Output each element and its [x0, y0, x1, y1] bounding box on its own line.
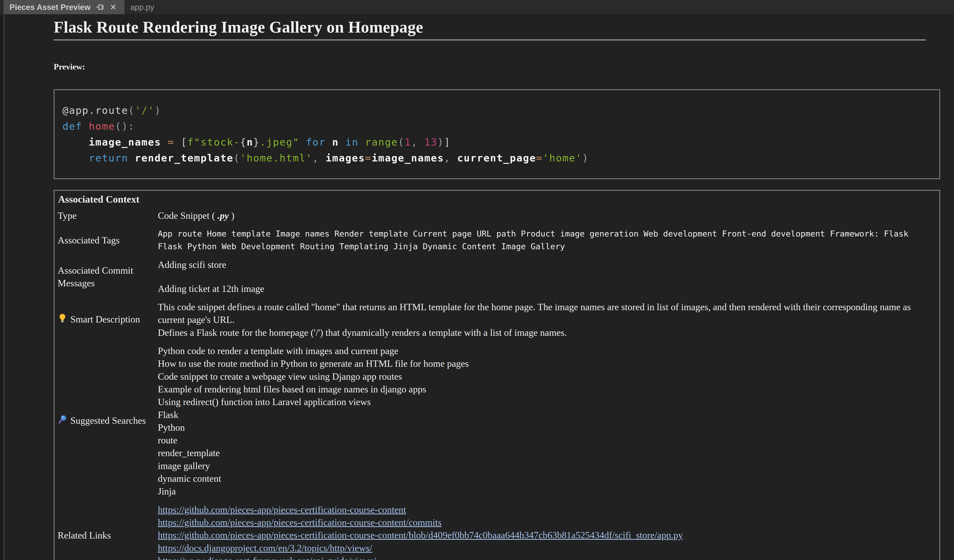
search-item: Python code to render a template with im… [158, 345, 935, 357]
code-token: [ [181, 137, 187, 148]
code-token: ( [398, 137, 404, 148]
code-token: current_page [457, 152, 536, 164]
pin-icon[interactable] [95, 2, 105, 12]
row-value-tags: App route Home template Image names Rend… [156, 225, 940, 255]
table-row: Associated Commit MessagesAdding scifi s… [54, 255, 940, 298]
code-token [326, 137, 332, 148]
preview-label: Preview: [54, 62, 940, 72]
code-token [62, 152, 89, 164]
tab-app-py[interactable]: app.py [125, 0, 162, 14]
code-token: render_template [135, 152, 234, 164]
link-line: https://github.com/pieces-app/pieces-cer… [158, 529, 935, 541]
code-token: ) [582, 152, 589, 164]
code-token: ( [234, 152, 240, 164]
link-line: https://github.com/pieces-app/pieces-cer… [158, 516, 935, 529]
link-line: https://docs.djangoproject.com/en/3.2/to… [158, 542, 935, 554]
code-token: } [253, 137, 260, 148]
search-item: route [158, 434, 935, 446]
row-label-tags: Associated Tags [54, 225, 156, 255]
code-token [161, 137, 168, 148]
context-table: Associated Context TypeCode Snippet ( .p… [54, 190, 940, 560]
context-table-header: Associated Context [54, 190, 940, 207]
tab-label: app.py [130, 3, 154, 12]
code-token: , [312, 152, 326, 164]
code-token: n [332, 137, 339, 148]
code-token [339, 137, 345, 148]
content-area[interactable]: Flask Route Rendering Image Gallery on H… [3, 14, 954, 560]
link-line: https://github.com/pieces-app/pieces-cer… [158, 503, 935, 516]
code-token [128, 152, 135, 164]
code-token: , [444, 152, 457, 164]
code-token: 'home.html' [240, 152, 312, 164]
commit-message: Adding ticket at 12th image [158, 282, 935, 295]
row-label-text: Associated Commit Messages [58, 265, 133, 288]
row-label-commits: Associated Commit Messages [54, 255, 156, 298]
code-token: n [247, 137, 253, 148]
row-label-type: Type [54, 207, 156, 225]
related-link[interactable]: https://docs.djangoproject.com/en/3.2/to… [158, 543, 372, 553]
search-item: How to use the route method in Python to… [158, 357, 935, 370]
table-row: Smart DescriptionThis code snippet defin… [54, 298, 940, 342]
table-row: Related Linkshttps://github.com/pieces-a… [54, 501, 940, 560]
table-row: TypeCode Snippet ( .py ) [54, 207, 940, 225]
code-token: = [536, 152, 543, 164]
code-token: return [89, 152, 128, 164]
code-token [359, 137, 365, 148]
tab-bar: Pieces Asset Preview ✕ app.py [0, 0, 954, 14]
code-token: image_names [89, 137, 161, 148]
row-value-description: This code snippet defines a route called… [156, 298, 940, 342]
code-token: def [62, 121, 82, 132]
lightbulb-icon [58, 313, 67, 327]
code-line: return render_template('home.html', imag… [62, 150, 931, 166]
tab-label: Pieces Asset Preview [9, 3, 90, 12]
code-line: @app.route('/') [62, 103, 931, 118]
code-line: image_names = [f"stock-{n}.jpeg" for n i… [62, 134, 931, 150]
commit-message: Adding scifi store [158, 258, 935, 271]
description-line: This code snippet defines a route called… [158, 301, 935, 326]
code-token: images [326, 152, 365, 164]
tab-pieces-asset-preview[interactable]: Pieces Asset Preview ✕ [3, 0, 125, 14]
code-token: home [89, 121, 115, 132]
code-token [299, 137, 306, 148]
code-token: { [240, 137, 247, 148]
link-line: https://www.django-rest-framework.org/ap… [158, 554, 935, 560]
related-link[interactable]: https://github.com/pieces-app/pieces-cer… [158, 517, 442, 527]
code-token: for [306, 137, 326, 148]
search-item: Code snippet to create a webpage view us… [158, 370, 935, 383]
close-icon[interactable]: ✕ [108, 2, 118, 12]
code-token: image_names [372, 152, 444, 164]
search-item: Using redirect() function into Laravel a… [158, 395, 935, 408]
code-token: 'home' [543, 152, 582, 164]
row-label-text: Smart Description [70, 314, 140, 325]
code-line: def home(): [62, 118, 931, 134]
search-item: dynamic content [158, 472, 935, 485]
search-item: Flask [158, 409, 935, 421]
code-token [62, 137, 89, 148]
row-value-searches: Python code to render a template with im… [156, 342, 940, 501]
related-link[interactable]: https://github.com/pieces-app/pieces-cer… [158, 504, 406, 515]
search-item: Jinja [158, 485, 935, 498]
code-token: = [365, 152, 372, 164]
magnifier-icon [58, 415, 67, 428]
row-label-text: Suggested Searches [70, 415, 146, 426]
code-token: ( [128, 105, 135, 116]
code-token: '/' [135, 105, 154, 116]
code-token: @app.route [62, 105, 128, 116]
related-link[interactable]: https://github.com/pieces-app/pieces-cer… [158, 530, 683, 540]
code-token: 1 [404, 137, 411, 148]
related-link[interactable]: https://www.django-rest-framework.org/ap… [158, 555, 376, 560]
code-block: @app.route('/')def home(): image_names =… [54, 89, 940, 179]
row-label-description: Smart Description [54, 298, 156, 342]
table-row: Suggested SearchesPython code to render … [54, 342, 940, 501]
tag-list: App route Home template Image names Rend… [158, 227, 935, 253]
code-token: in [345, 137, 359, 148]
search-item: render_template [158, 446, 935, 459]
code-token: ) [154, 105, 161, 116]
row-value-commits: Adding scifi storeAdding ticket at 12th … [156, 255, 940, 298]
file-extension: .py [217, 210, 229, 221]
row-label-text: Associated Tags [58, 235, 120, 246]
row-label-links: Related Links [54, 501, 156, 560]
type-value-suffix: ) [229, 210, 234, 221]
search-item: Example of rendering html files based on… [158, 383, 935, 395]
search-item: image gallery [158, 459, 935, 472]
